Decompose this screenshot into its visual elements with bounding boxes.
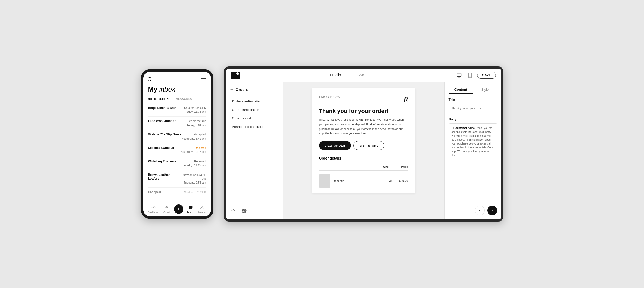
settings-icon xyxy=(242,209,247,213)
email-preview: Order #111225 R Thank you for your order… xyxy=(312,88,415,193)
list-item[interactable]: Cropped Sold for 370 SEK xyxy=(148,188,206,197)
item-status: Sold for 370 SEK xyxy=(184,190,206,194)
home-icon xyxy=(151,205,156,210)
email-buttons: VIEW ORDER VISIT STORE xyxy=(319,141,408,150)
nav-plus-button[interactable]: + xyxy=(174,204,183,214)
list-item[interactable]: Vintage 70s Slip Dress Accepted Yesterda… xyxy=(148,130,206,143)
tablet-sidebar: ← Orders Order confirmation Order cancel… xyxy=(226,82,283,219)
tablet-main: Order #111225 R Thank you for your order… xyxy=(283,82,444,219)
order-number: Order #111225 xyxy=(319,95,340,99)
arrow-right-icon xyxy=(490,209,494,212)
phone-header: R xyxy=(143,75,211,85)
nav-label: Account xyxy=(198,211,206,214)
nav-label: Closet xyxy=(163,211,170,214)
phone-title-area: My inbox xyxy=(143,85,211,93)
panel-body-area[interactable]: Hi [customer name], thank you for shoppi… xyxy=(449,123,497,160)
view-order-button[interactable]: VIEW ORDER xyxy=(319,141,351,150)
sidebar-item-order-cancellation[interactable]: Order cancellation xyxy=(230,105,278,114)
mobile-icon xyxy=(468,73,472,78)
email-title: Thank you for your order! xyxy=(319,108,408,115)
order-details-title: Order details xyxy=(319,156,408,160)
tablet-wrapper: Emails SMS SAVE xyxy=(224,66,503,222)
nav-label: Dashboard xyxy=(148,211,159,214)
tablet: Emails SMS SAVE xyxy=(224,66,503,222)
item-status: Received Thursday, 11:22 am xyxy=(181,160,206,168)
phone-logo: R xyxy=(148,76,151,82)
tab-sms[interactable]: SMS xyxy=(349,71,373,79)
save-button[interactable]: SAVE xyxy=(477,72,496,79)
tablet-right-panel: Content Style Title Body Hi [customer na… xyxy=(444,82,501,219)
panel-nav-buttons xyxy=(449,201,497,215)
nav-item-inbox[interactable]: Inbox xyxy=(187,205,194,214)
item-name: Cropped xyxy=(148,190,161,194)
hamburger-menu[interactable] xyxy=(201,78,206,80)
item-price: $39.70 xyxy=(396,179,408,183)
item-status: Now on sale (30% off) Tuesday, 9:56 am xyxy=(180,173,206,185)
item-name: Vintage 70s Slip Dress xyxy=(148,133,182,137)
svg-point-0 xyxy=(201,206,202,208)
visit-store-button[interactable]: VISIT STORE xyxy=(353,141,384,150)
back-arrow-icon: ← xyxy=(230,87,234,92)
list-item[interactable]: Wide-Leg Trousers Received Thursday, 11:… xyxy=(148,157,206,170)
order-details-divider-2 xyxy=(319,170,408,171)
email-header-row: Order #111225 R xyxy=(319,95,408,104)
body-highlighted: [customer name] xyxy=(455,127,476,130)
tab-emails[interactable]: Emails xyxy=(322,71,349,79)
person-icon xyxy=(199,205,205,210)
item-thumbnail xyxy=(319,174,330,188)
tab-notifications[interactable]: NOTIFICATIONS xyxy=(148,96,171,103)
item-name: Crochet Swimsuit xyxy=(148,146,174,150)
panel-next-button[interactable] xyxy=(487,206,497,215)
panel-tab-content[interactable]: Content xyxy=(449,86,473,94)
tablet-logo xyxy=(231,72,240,79)
nav-item-dashboard[interactable]: Dashboard xyxy=(148,205,159,214)
email-body-text: Hi Lara, thank you for shopping with ReR… xyxy=(319,118,408,136)
order-details-header: Size Price xyxy=(319,165,408,168)
tablet-top-bar: Emails SMS SAVE xyxy=(226,69,501,82)
panel-prev-button[interactable] xyxy=(475,206,485,215)
item-status: Live on the site Today, 8:04 am xyxy=(187,119,206,127)
item-name: Lilac Wool Jumper xyxy=(148,119,176,123)
list-item[interactable]: Beige Linen Blazer Sold for 834 SEK Toda… xyxy=(148,103,206,117)
tab-messages[interactable]: MESSAGES xyxy=(176,96,192,103)
phone-tabs: NOTIFICATIONS MESSAGES xyxy=(148,96,206,103)
item-name: Wide-Leg Trousers xyxy=(148,160,176,164)
item-status: Sold for 834 SEK Today, 11:35 pm xyxy=(184,106,206,114)
list-item[interactable]: Brown Leather Loafers Now on sale (30% o… xyxy=(148,170,206,188)
panel-tab-style[interactable]: Style xyxy=(473,86,497,94)
tablet-right-controls: SAVE xyxy=(455,72,496,79)
sidebar-item-order-confirmation[interactable]: Order confirmation xyxy=(230,97,278,105)
sidebar-back-button[interactable]: ← Orders xyxy=(230,87,278,92)
sidebar-footer xyxy=(230,203,278,214)
chat-icon xyxy=(188,205,193,210)
sidebar-item-abandoned-checkout[interactable]: Abandoned checkout xyxy=(230,123,278,131)
mobile-view-button[interactable] xyxy=(467,72,473,79)
tablet-body: ← Orders Order confirmation Order cancel… xyxy=(226,82,501,219)
panel-title-input[interactable] xyxy=(449,104,497,112)
nav-item-account[interactable]: Account xyxy=(198,205,206,214)
panel-body-section: Body Hi [customer name], thank you for s… xyxy=(449,118,497,160)
hanger-icon xyxy=(164,205,170,210)
sidebar-item-order-refund[interactable]: Order refund xyxy=(230,114,278,123)
phone-title: My inbox xyxy=(148,86,206,93)
desktop-icon xyxy=(457,73,462,78)
phone-list: Beige Linen Blazer Sold for 834 SEK Toda… xyxy=(143,103,211,202)
item-size: EU 38 xyxy=(380,179,393,183)
list-item[interactable]: Crochet Swimsuit Rejected Yesterday, 12:… xyxy=(148,143,206,157)
phone-status-bar xyxy=(143,72,211,75)
nav-item-closet[interactable]: Closet xyxy=(163,205,170,214)
tablet-center-tabs: Emails SMS xyxy=(322,71,373,79)
svg-point-6 xyxy=(243,210,245,212)
item-name: Beige Linen Blazer xyxy=(148,106,176,110)
phone-wrapper: R My inbox NOTIFICATIONS MESSAGES Beige … xyxy=(141,69,213,219)
panel-title-label: Title xyxy=(449,98,497,102)
panel-tabs: Content Style xyxy=(449,86,497,94)
order-item-row: Item title EU 38 $39.70 xyxy=(319,173,408,189)
sidebar-home-button[interactable] xyxy=(230,208,237,214)
desktop-view-button[interactable] xyxy=(455,72,463,79)
item-title: Item title xyxy=(334,179,377,183)
sidebar-settings-button[interactable] xyxy=(241,208,248,214)
svg-point-2 xyxy=(236,72,239,75)
list-item[interactable]: Lilac Wool Jumper Live on the site Today… xyxy=(148,117,206,130)
item-status: Accepted Yesterday, 5:42 pm xyxy=(182,133,206,141)
